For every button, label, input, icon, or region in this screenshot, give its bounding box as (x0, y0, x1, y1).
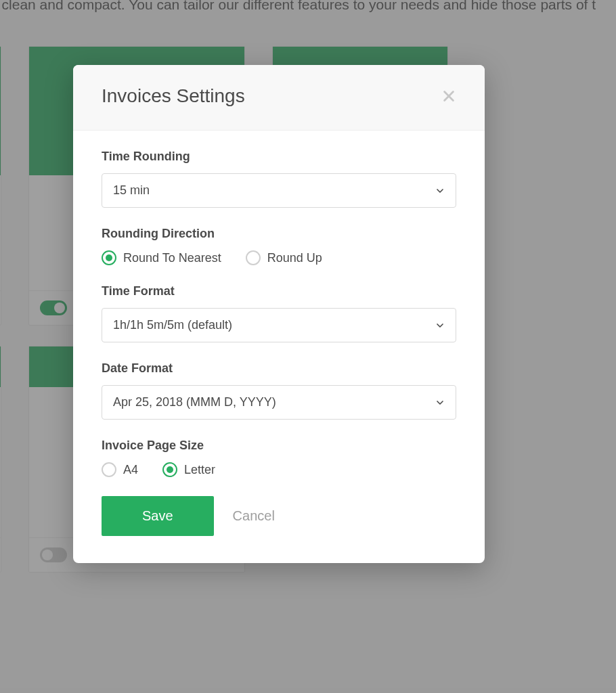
cancel-button[interactable]: Cancel (233, 508, 275, 524)
select-value[interactable]: 15 min (102, 173, 456, 208)
time-format-field: Time Format 1h/1h 5m/5m (default) (102, 284, 456, 342)
radio-label: Letter (184, 463, 215, 477)
radio-indicator (162, 462, 177, 477)
modal-title: Invoices Settings (102, 85, 245, 107)
rounding-direction-radios: Round To Nearest Round Up (102, 250, 456, 265)
invoices-settings-modal: Invoices Settings Time Rounding 15 min R… (73, 65, 485, 563)
modal-header: Invoices Settings (73, 65, 485, 131)
radio-letter[interactable]: Letter (162, 462, 215, 477)
date-format-select[interactable]: Apr 25, 2018 (MMM D, YYYY) (102, 385, 456, 420)
modal-actions: Save Cancel (102, 496, 456, 536)
radio-label: Round Up (267, 251, 322, 265)
radio-indicator (102, 462, 116, 477)
radio-round-up[interactable]: Round Up (246, 250, 322, 265)
rounding-direction-field: Rounding Direction Round To Nearest Roun… (102, 227, 456, 265)
save-button[interactable]: Save (102, 496, 214, 536)
page-size-field: Invoice Page Size A4 Letter (102, 439, 456, 477)
radio-indicator (246, 250, 261, 265)
close-icon[interactable] (441, 89, 456, 104)
field-label: Rounding Direction (102, 227, 456, 241)
radio-a4[interactable]: A4 (102, 462, 138, 477)
field-label: Time Rounding (102, 150, 456, 164)
select-value[interactable]: 1h/1h 5m/5m (default) (102, 308, 456, 342)
select-value[interactable]: Apr 25, 2018 (MMM D, YYYY) (102, 385, 456, 420)
field-label: Time Format (102, 284, 456, 298)
date-format-field: Date Format Apr 25, 2018 (MMM D, YYYY) (102, 361, 456, 420)
modal-body: Time Rounding 15 min Rounding Direction … (73, 131, 485, 563)
field-label: Invoice Page Size (102, 439, 456, 453)
time-rounding-select[interactable]: 15 min (102, 173, 456, 208)
radio-round-to-nearest[interactable]: Round To Nearest (102, 250, 221, 265)
time-rounding-field: Time Rounding 15 min (102, 150, 456, 208)
radio-label: Round To Nearest (123, 251, 221, 265)
page-size-radios: A4 Letter (102, 462, 456, 477)
radio-label: A4 (123, 463, 138, 477)
field-label: Date Format (102, 361, 456, 376)
radio-indicator (102, 250, 116, 265)
time-format-select[interactable]: 1h/1h 5m/5m (default) (102, 308, 456, 342)
